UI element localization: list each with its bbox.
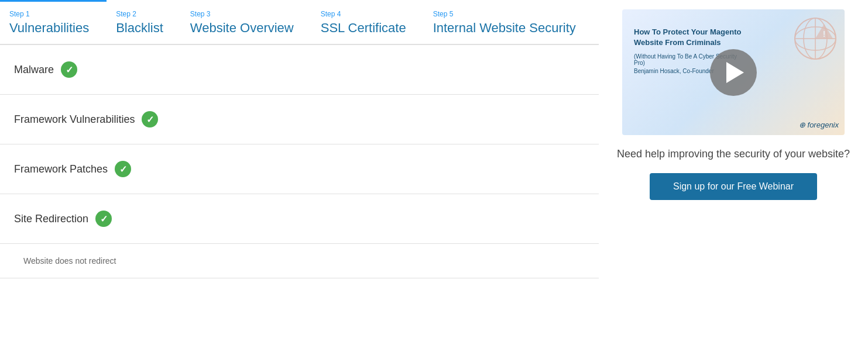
play-triangle-icon [726,62,744,83]
check-section-malware: Malware [0,45,599,95]
webinar-button[interactable]: Sign up for our Free Webinar [650,173,817,200]
site-redirection-detail: Website does not redirect [0,244,599,278]
step-item-step1[interactable]: Step 1Vulnerabilities [0,0,107,44]
check-section-framework-vulnerabilities: Framework Vulnerabilities [0,95,599,144]
step-title-step4: SSL Certificate [321,20,406,35]
play-button[interactable] [710,49,757,96]
sidebar: ! How To Protect Your Magento Website Fr… [599,0,868,355]
site-redirection-text: Website does not redirect [23,256,116,266]
video-title: How To Protect Your Magento Website From… [634,27,751,48]
step-item-step3[interactable]: Step 3Website Overview [181,0,311,44]
check-icon-malware [61,61,77,78]
globe-icon: ! [792,15,839,62]
step-label-step4: Step 4 [321,10,406,18]
step-item-step5[interactable]: Step 5Internal Website Security [424,0,593,44]
steps-navigation: Step 1VulnerabilitiesStep 2BlacklistStep… [0,0,599,45]
check-icon-framework-patches [115,161,131,177]
step-title-step5: Internal Website Security [433,20,576,35]
check-label-framework-patches: Framework Patches [14,163,108,175]
checks-list: MalwareFramework VulnerabilitiesFramewor… [0,45,599,278]
check-label-framework-vulnerabilities: Framework Vulnerabilities [14,113,135,126]
check-section-site-redirection: Site Redirection [0,194,599,244]
step-label-step1: Step 1 [9,10,89,18]
step-title-step1: Vulnerabilities [9,20,89,35]
check-icon-site-redirection [95,211,112,227]
step-title-step2: Blacklist [116,20,163,35]
video-container[interactable]: ! How To Protect Your Magento Website Fr… [622,9,845,135]
step-item-step2[interactable]: Step 2Blacklist [107,0,181,44]
check-section-framework-patches: Framework Patches [0,144,599,194]
help-text: Need help improving the security of your… [617,147,850,161]
step-label-step2: Step 2 [116,10,163,18]
step-item-step4[interactable]: Step 4SSL Certificate [311,0,424,44]
video-author: Benjamin Hosack, Co-Founder [634,68,714,74]
svg-text:!: ! [823,29,826,39]
step-label-step3: Step 3 [190,10,294,18]
step-title-step3: Website Overview [190,20,294,35]
check-icon-framework-vulnerabilities [142,111,158,127]
step-label-step5: Step 5 [433,10,576,18]
check-label-malware: Malware [14,64,54,76]
check-label-site-redirection: Site Redirection [14,213,88,225]
foregenix-logo: ⊕ foregenix [799,120,839,129]
